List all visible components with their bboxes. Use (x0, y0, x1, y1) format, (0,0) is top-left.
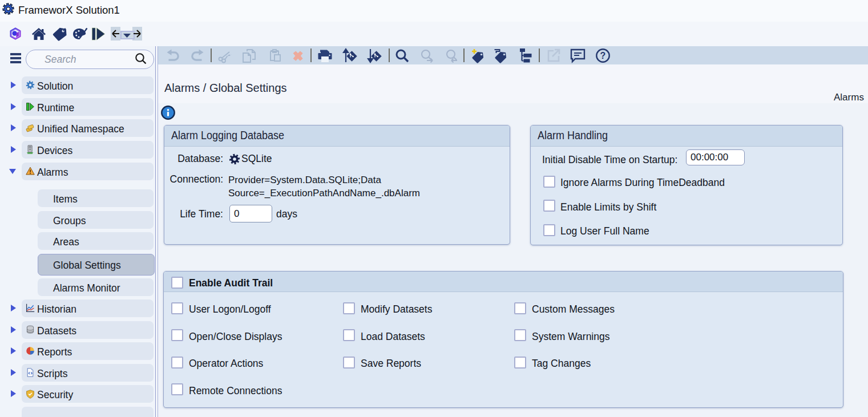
svg-text:?: ? (600, 51, 606, 60)
